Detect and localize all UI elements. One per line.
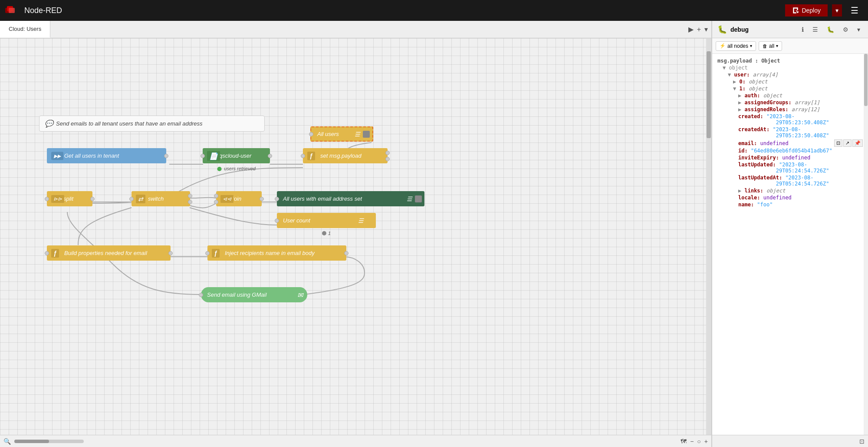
run-flow-button[interactable]: ▶ <box>688 25 694 33</box>
add-tab-button[interactable]: + <box>697 26 701 33</box>
topbar: Node-RED Deploy ▾ ☰ <box>0 0 868 21</box>
canvas-scrollbar-thumb[interactable] <box>707 51 711 138</box>
tab-actions: ▶ + ▾ <box>685 21 711 38</box>
debug-caret-button[interactable]: ▾ <box>855 24 863 35</box>
debug-tree-email: email: undefined ⊡ ↗ 📌 <box>717 139 863 147</box>
node-qscloud-sub: users retrieved <box>217 166 256 171</box>
node-switch[interactable]: ⇄ switch <box>132 191 190 206</box>
node-build-props-label: Build properties needed for email <box>64 250 147 256</box>
node-join-out-port <box>260 197 264 201</box>
node-all-users-email-label: All users with email address set <box>283 195 362 202</box>
canvas-area: Cloud: Users ▶ + ▾ <box>0 21 712 447</box>
debug-header: 🐛 debug ℹ ☰ 🐛 ⚙ ▾ <box>712 21 868 38</box>
user-count-sub: 1 <box>328 231 331 236</box>
debug-bug-button[interactable]: 🐛 <box>824 24 837 35</box>
canvas-bottom-right: 🗺 − ○ + <box>681 438 708 445</box>
tab-label: Cloud: Users <box>9 26 41 32</box>
node-join-in-port-2 <box>214 200 218 204</box>
canvas-zoom-in-button[interactable]: + <box>704 438 708 445</box>
node-all-users-email-in-port <box>275 197 279 201</box>
debug-scrollbar[interactable] <box>864 54 868 435</box>
canvas-zoom-out-button[interactable]: − <box>690 438 694 445</box>
canvas-scrollbar[interactable] <box>706 38 711 435</box>
tab-caret-button[interactable]: ▾ <box>704 25 708 33</box>
debug-msg-payload: msg.payload : Object <box>717 57 863 64</box>
debug-email-copy-btn[interactable]: ⊡ <box>834 139 842 147</box>
logo-icon <box>5 5 21 16</box>
debug-tree-1: ▼ 1: object <box>717 85 863 92</box>
debug-tree-auth: ▶ auth: object <box>717 92 863 99</box>
debug-settings-button[interactable]: ⚙ <box>840 24 851 35</box>
node-user-count-label: User count <box>283 217 310 224</box>
node-all-users-label: All users <box>317 131 339 137</box>
debug-tree-locale: locale: undefined <box>717 194 863 201</box>
node-inject-recipients[interactable]: ƒ Inject recipients name in email body <box>207 245 346 261</box>
deploy-caret-button[interactable]: ▾ <box>832 4 842 17</box>
canvas-hscrollbar[interactable] <box>14 440 84 443</box>
debug-tree-object: ▼ object <box>717 64 863 71</box>
debug-scrollbar-thumb[interactable] <box>864 54 868 106</box>
node-set-msg-out-port-bottom <box>385 157 390 161</box>
node-split-out-port <box>90 197 95 201</box>
debug-email-pin-btn[interactable]: 📌 <box>852 139 863 147</box>
canvas-map-button[interactable]: 🗺 <box>681 438 687 445</box>
debug-info-button[interactable]: ℹ <box>799 24 806 35</box>
node-switch-out-port-1 <box>188 194 192 198</box>
node-inject-recipients-in-port <box>205 251 210 255</box>
node-user-count[interactable]: User count ☰ 1 <box>277 213 376 228</box>
comment-text: Send emails to all tenant users that hav… <box>56 120 202 127</box>
tab-cloud-users[interactable]: Cloud: Users <box>0 21 50 38</box>
debug-tree-last-updated-at: lastUpdatedAt: "2023-08- 29T05:24:54.726… <box>717 174 863 187</box>
debug-list-button[interactable]: ☰ <box>810 24 821 35</box>
node-all-users[interactable]: All users ☰ <box>310 126 373 142</box>
debug-bottom-expand-button[interactable]: ⊡ <box>859 438 865 445</box>
debug-clear-button[interactable]: 🗑 all ▾ <box>759 41 782 51</box>
debug-tree-assigned-roles: ▶ assignedRoles: array[12] <box>717 106 863 113</box>
menu-button[interactable]: ☰ <box>846 3 863 18</box>
node-get-all-users-label: Get all users in tenant <box>64 152 119 159</box>
comment-node: 💬 Send emails to all tenant users that h… <box>39 116 265 132</box>
debug-tree-id: id: "64ed80e6eb6fd054b41adb67" <box>717 147 863 154</box>
debug-toolbar: ⚡ all nodes ▾ 🗑 all ▾ <box>712 38 868 54</box>
node-split-label: split <box>63 195 73 202</box>
node-build-props-in-port <box>45 251 49 255</box>
debug-tree-created-at: createdAt: "2023-08- 29T05:23:50.408Z" <box>717 126 863 139</box>
node-all-users-email[interactable]: All users with email address set ☰ <box>277 191 424 206</box>
svg-rect-2 <box>9 8 15 13</box>
logo: Node-RED <box>5 5 62 16</box>
node-get-all-users-out-port <box>164 154 168 158</box>
node-join-in-port-1 <box>214 194 218 198</box>
node-set-msg-in-port <box>301 154 305 158</box>
canvas-zoom-reset-button[interactable]: ○ <box>697 438 700 445</box>
node-all-users-in-port <box>309 132 313 136</box>
tab-bar: Cloud: Users ▶ + ▾ <box>0 21 711 38</box>
canvas[interactable]: 💬 Send emails to all tenant users that h… <box>0 38 711 435</box>
node-build-props-out-port <box>168 251 173 255</box>
deploy-button[interactable]: Deploy <box>785 4 828 17</box>
node-qscloud-out-port <box>268 154 272 158</box>
canvas-hscrollbar-thumb[interactable] <box>14 440 49 443</box>
node-get-all-users[interactable]: ▶▶ Get all users in tenant <box>47 148 166 163</box>
debug-filter-button[interactable]: ⚡ all nodes ▾ <box>716 41 756 51</box>
node-qscloud-in-port <box>201 154 205 158</box>
node-join-label: join <box>233 195 241 202</box>
node-join[interactable]: ⊲⊲ join <box>216 191 262 206</box>
debug-tree-created: created: "2023-08- 29T05:23:50.408Z" <box>717 113 863 126</box>
debug-tree-assigned-groups: ▶ assignedGroups: array[1] <box>717 99 863 106</box>
main-layout: Cloud: Users ▶ + ▾ <box>0 21 868 447</box>
debug-panel-icon: 🐛 <box>717 25 727 34</box>
node-set-msg-payload[interactable]: ƒ set msg.payload <box>303 148 388 163</box>
debug-email-export-btn[interactable]: ↗ <box>843 139 852 147</box>
canvas-search-button[interactable]: 🔍 <box>3 438 11 445</box>
node-build-props[interactable]: ƒ Build properties needed for email <box>47 245 171 261</box>
debug-tree-0: ▶ 0: object <box>717 78 863 85</box>
debug-tree-links: ▶ links: object <box>717 187 863 194</box>
debug-filter-label: all nodes <box>727 43 748 49</box>
debug-content[interactable]: msg.payload : Object ▼ object ▼ user: ar… <box>712 54 868 435</box>
debug-tree-last-updated: lastUpdated: "2023-08- 29T05:24:54.726Z" <box>717 161 863 174</box>
node-send-email[interactable]: Send email using GMail ✉ <box>201 287 307 302</box>
node-qscloud-user[interactable]: 📄 qscloud-user users retrieved <box>203 148 270 163</box>
node-user-count-in-port <box>275 219 279 223</box>
node-split[interactable]: ⊳⊳ split <box>47 191 92 206</box>
node-set-msg-out-port-top <box>385 151 390 155</box>
